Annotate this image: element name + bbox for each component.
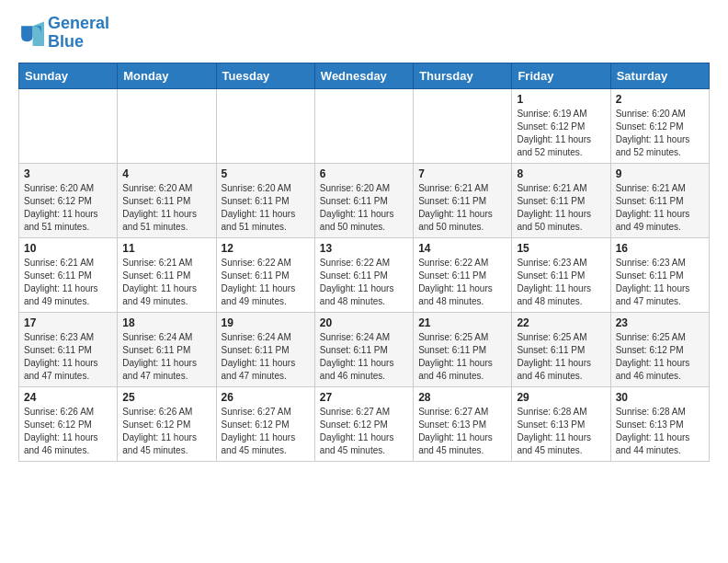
calendar: SundayMondayTuesdayWednesdayThursdayFrid… bbox=[18, 63, 710, 462]
day-header-tuesday: Tuesday bbox=[216, 63, 314, 88]
day-info: Sunrise: 6:22 AM Sunset: 6:11 PM Dayligh… bbox=[320, 257, 408, 308]
day-header-wednesday: Wednesday bbox=[314, 63, 413, 88]
day-number: 3 bbox=[24, 167, 112, 180]
day-number: 21 bbox=[418, 316, 506, 329]
day-number: 10 bbox=[24, 242, 112, 255]
calendar-cell: 24Sunrise: 6:26 AM Sunset: 6:12 PM Dayli… bbox=[19, 386, 118, 461]
calendar-cell: 14Sunrise: 6:22 AM Sunset: 6:11 PM Dayli… bbox=[414, 237, 512, 312]
day-number: 23 bbox=[616, 316, 704, 329]
calendar-cell: 4Sunrise: 6:20 AM Sunset: 6:11 PM Daylig… bbox=[118, 163, 216, 237]
calendar-cell: 15Sunrise: 6:23 AM Sunset: 6:11 PM Dayli… bbox=[512, 237, 610, 312]
calendar-cell: 26Sunrise: 6:27 AM Sunset: 6:12 PM Dayli… bbox=[216, 386, 314, 461]
calendar-cell: 28Sunrise: 6:27 AM Sunset: 6:13 PM Dayli… bbox=[414, 386, 512, 461]
day-number: 6 bbox=[320, 167, 408, 180]
day-header-friday: Friday bbox=[512, 63, 610, 88]
day-number: 4 bbox=[122, 167, 210, 180]
day-number: 12 bbox=[222, 242, 310, 255]
day-number: 16 bbox=[616, 242, 704, 255]
day-number: 27 bbox=[320, 391, 408, 404]
logo: General Blue bbox=[18, 15, 109, 52]
day-info: Sunrise: 6:24 AM Sunset: 6:11 PM Dayligh… bbox=[320, 331, 408, 383]
day-number: 13 bbox=[320, 242, 408, 255]
day-info: Sunrise: 6:24 AM Sunset: 6:11 PM Dayligh… bbox=[122, 331, 210, 383]
day-number: 20 bbox=[320, 316, 408, 329]
day-header-monday: Monday bbox=[118, 63, 216, 88]
logo-icon bbox=[18, 20, 44, 46]
calendar-week-row: 1Sunrise: 6:19 AM Sunset: 6:12 PM Daylig… bbox=[19, 88, 710, 163]
day-number: 2 bbox=[616, 93, 704, 106]
day-info: Sunrise: 6:27 AM Sunset: 6:12 PM Dayligh… bbox=[222, 406, 310, 457]
day-info: Sunrise: 6:20 AM Sunset: 6:12 PM Dayligh… bbox=[24, 182, 112, 234]
calendar-cell: 10Sunrise: 6:21 AM Sunset: 6:11 PM Dayli… bbox=[19, 237, 118, 312]
calendar-cell: 9Sunrise: 6:21 AM Sunset: 6:11 PM Daylig… bbox=[610, 163, 709, 237]
day-info: Sunrise: 6:26 AM Sunset: 6:12 PM Dayligh… bbox=[122, 406, 210, 457]
calendar-cell: 3Sunrise: 6:20 AM Sunset: 6:12 PM Daylig… bbox=[19, 163, 118, 237]
day-number: 22 bbox=[517, 316, 605, 329]
calendar-cell: 29Sunrise: 6:28 AM Sunset: 6:13 PM Dayli… bbox=[512, 386, 610, 461]
day-info: Sunrise: 6:21 AM Sunset: 6:11 PM Dayligh… bbox=[122, 257, 210, 308]
calendar-header-row: SundayMondayTuesdayWednesdayThursdayFrid… bbox=[19, 63, 710, 88]
calendar-cell: 5Sunrise: 6:20 AM Sunset: 6:11 PM Daylig… bbox=[216, 163, 314, 237]
calendar-week-row: 3Sunrise: 6:20 AM Sunset: 6:12 PM Daylig… bbox=[19, 163, 710, 237]
day-number: 25 bbox=[122, 391, 210, 404]
day-info: Sunrise: 6:20 AM Sunset: 6:11 PM Dayligh… bbox=[320, 182, 408, 234]
day-number: 17 bbox=[24, 316, 112, 329]
calendar-cell: 16Sunrise: 6:23 AM Sunset: 6:11 PM Dayli… bbox=[610, 237, 709, 312]
day-info: Sunrise: 6:28 AM Sunset: 6:13 PM Dayligh… bbox=[517, 406, 605, 457]
calendar-cell: 6Sunrise: 6:20 AM Sunset: 6:11 PM Daylig… bbox=[314, 163, 413, 237]
day-info: Sunrise: 6:28 AM Sunset: 6:13 PM Dayligh… bbox=[616, 406, 704, 457]
day-number: 1 bbox=[517, 93, 605, 106]
day-number: 15 bbox=[517, 242, 605, 255]
day-number: 26 bbox=[222, 391, 310, 404]
header: General Blue bbox=[18, 15, 710, 52]
calendar-cell: 17Sunrise: 6:23 AM Sunset: 6:11 PM Dayli… bbox=[19, 312, 118, 386]
day-number: 9 bbox=[616, 167, 704, 180]
calendar-cell: 19Sunrise: 6:24 AM Sunset: 6:11 PM Dayli… bbox=[216, 312, 314, 386]
logo-text: General Blue bbox=[48, 15, 109, 52]
calendar-week-row: 10Sunrise: 6:21 AM Sunset: 6:11 PM Dayli… bbox=[19, 237, 710, 312]
day-number: 18 bbox=[122, 316, 210, 329]
calendar-cell: 11Sunrise: 6:21 AM Sunset: 6:11 PM Dayli… bbox=[118, 237, 216, 312]
calendar-cell bbox=[118, 88, 216, 163]
day-info: Sunrise: 6:22 AM Sunset: 6:11 PM Dayligh… bbox=[418, 257, 506, 308]
calendar-week-row: 17Sunrise: 6:23 AM Sunset: 6:11 PM Dayli… bbox=[19, 312, 710, 386]
calendar-week-row: 24Sunrise: 6:26 AM Sunset: 6:12 PM Dayli… bbox=[19, 386, 710, 461]
day-info: Sunrise: 6:24 AM Sunset: 6:11 PM Dayligh… bbox=[222, 331, 310, 383]
day-info: Sunrise: 6:26 AM Sunset: 6:12 PM Dayligh… bbox=[24, 406, 112, 457]
calendar-cell bbox=[216, 88, 314, 163]
calendar-cell: 8Sunrise: 6:21 AM Sunset: 6:11 PM Daylig… bbox=[512, 163, 610, 237]
day-header-thursday: Thursday bbox=[414, 63, 512, 88]
day-number: 8 bbox=[517, 167, 605, 180]
calendar-cell: 18Sunrise: 6:24 AM Sunset: 6:11 PM Dayli… bbox=[118, 312, 216, 386]
day-info: Sunrise: 6:21 AM Sunset: 6:11 PM Dayligh… bbox=[418, 182, 506, 234]
calendar-cell: 23Sunrise: 6:25 AM Sunset: 6:12 PM Dayli… bbox=[610, 312, 709, 386]
day-info: Sunrise: 6:25 AM Sunset: 6:11 PM Dayligh… bbox=[517, 331, 605, 383]
calendar-cell bbox=[19, 88, 118, 163]
calendar-cell: 12Sunrise: 6:22 AM Sunset: 6:11 PM Dayli… bbox=[216, 237, 314, 312]
calendar-cell bbox=[314, 88, 413, 163]
day-number: 7 bbox=[418, 167, 506, 180]
day-info: Sunrise: 6:20 AM Sunset: 6:11 PM Dayligh… bbox=[122, 182, 210, 234]
calendar-cell: 22Sunrise: 6:25 AM Sunset: 6:11 PM Dayli… bbox=[512, 312, 610, 386]
day-info: Sunrise: 6:27 AM Sunset: 6:13 PM Dayligh… bbox=[418, 406, 506, 457]
calendar-cell: 30Sunrise: 6:28 AM Sunset: 6:13 PM Dayli… bbox=[610, 386, 709, 461]
day-info: Sunrise: 6:21 AM Sunset: 6:11 PM Dayligh… bbox=[616, 182, 704, 234]
calendar-cell: 25Sunrise: 6:26 AM Sunset: 6:12 PM Dayli… bbox=[118, 386, 216, 461]
day-number: 29 bbox=[517, 391, 605, 404]
day-info: Sunrise: 6:27 AM Sunset: 6:12 PM Dayligh… bbox=[320, 406, 408, 457]
calendar-cell: 20Sunrise: 6:24 AM Sunset: 6:11 PM Dayli… bbox=[314, 312, 413, 386]
day-info: Sunrise: 6:22 AM Sunset: 6:11 PM Dayligh… bbox=[222, 257, 310, 308]
calendar-cell: 27Sunrise: 6:27 AM Sunset: 6:12 PM Dayli… bbox=[314, 386, 413, 461]
calendar-cell bbox=[414, 88, 512, 163]
calendar-cell: 7Sunrise: 6:21 AM Sunset: 6:11 PM Daylig… bbox=[414, 163, 512, 237]
day-info: Sunrise: 6:21 AM Sunset: 6:11 PM Dayligh… bbox=[24, 257, 112, 308]
day-info: Sunrise: 6:23 AM Sunset: 6:11 PM Dayligh… bbox=[24, 331, 112, 383]
day-info: Sunrise: 6:23 AM Sunset: 6:11 PM Dayligh… bbox=[517, 257, 605, 308]
calendar-cell: 1Sunrise: 6:19 AM Sunset: 6:12 PM Daylig… bbox=[512, 88, 610, 163]
day-number: 28 bbox=[418, 391, 506, 404]
day-number: 19 bbox=[222, 316, 310, 329]
day-info: Sunrise: 6:21 AM Sunset: 6:11 PM Dayligh… bbox=[517, 182, 605, 234]
day-number: 14 bbox=[418, 242, 506, 255]
day-number: 11 bbox=[122, 242, 210, 255]
calendar-cell: 2Sunrise: 6:20 AM Sunset: 6:12 PM Daylig… bbox=[610, 88, 709, 163]
